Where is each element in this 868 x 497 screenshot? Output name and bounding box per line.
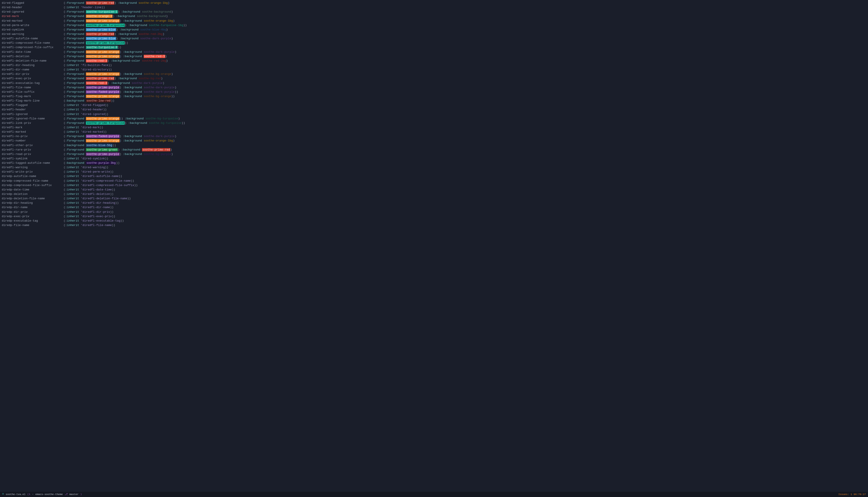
table-row: diredfl-link-priv(:foreground soothe-pri…	[2, 121, 866, 125]
status-filename: soothe-tva.el	[6, 492, 26, 496]
table-row: diredfl-flagged(:inherit 'dired-flagged)…	[2, 103, 866, 108]
face-props: (:foreground soothe-prime-orange) :backg…	[63, 139, 866, 143]
face-props: (:foreground soothe-prime-purple) :backg…	[63, 85, 866, 90]
table-row: diredp-deletion-file-name(:inherit 'dire…	[2, 196, 866, 201]
face-name: diredp-compressed-file-suffix	[2, 183, 63, 188]
face-props: (:inherit 'diredfl-exec-priv))	[63, 214, 866, 219]
table-row: dired-ignored(:foreground soothe-turquoi…	[2, 10, 866, 14]
face-name: diredfl-link-priv	[2, 121, 63, 125]
face-props: (:foreground soothe-prime-turquoise) :ba…	[63, 23, 866, 28]
face-name: diredp-dir-priv	[2, 210, 63, 214]
face-props: (:inherit 'dired-perm-write))	[63, 170, 866, 174]
face-name: diredfl-warning	[2, 165, 63, 170]
table-row: diredp-exec-priv(:inherit 'diredfl-exec-…	[2, 214, 866, 219]
face-props: (:foreground soothe-prime-orange) :backg…	[63, 94, 866, 99]
face-props: (:foreground soothe-faded-purple) :backg…	[63, 90, 866, 94]
face-name: diredp-executable-tag	[2, 219, 63, 223]
face-props: (:foreground soothe-turquoise-0))	[63, 45, 866, 49]
table-row: dired-marked(:foreground soothe-prime-or…	[2, 19, 866, 23]
face-props: (:inherit 'diredfl-compressed-file-name)…	[63, 179, 866, 183]
table-row: diredp-executable-tag(:inherit 'diredfl-…	[2, 219, 866, 223]
status-left: ⊙ soothe-tva.el (λ • emacs-soothe-theme …	[2, 492, 82, 496]
face-name: diredfl-mark	[2, 125, 63, 130]
face-name: dired-mark	[2, 14, 63, 18]
table-row: diredfl-rare-priv(:foreground soothe-pri…	[2, 148, 866, 152]
face-props: (:inherit 'diredfl-file-name))	[63, 223, 866, 228]
table-row: diredfl-dir-priv(:foreground soothe-prim…	[2, 72, 866, 76]
face-name: diredfl-exec-priv	[2, 76, 63, 81]
face-props: (:foreground soothe-prime-orange) :backg…	[63, 19, 866, 23]
face-name: diredfl-ignored-file-name	[2, 116, 63, 121]
face-name: diredfl-autofile-name	[2, 37, 63, 41]
code-area[interactable]: dired-flagged(:foreground soothe-prime-r…	[0, 0, 868, 491]
face-name: diredfl-flag-mark	[2, 94, 63, 99]
table-row: diredfl-deletion(:foreground soothe-prim…	[2, 54, 866, 59]
face-props: (:inherit 'dired-flagged))	[63, 103, 866, 108]
table-row: dired-flagged(:foreground soothe-prime-r…	[2, 1, 866, 5]
face-props: (:inherit 'diredfl-dir-priv))	[63, 210, 866, 214]
face-name: diredp-file-name	[2, 223, 63, 228]
face-props: (:inherit 'diredfl-dir-heading))	[63, 201, 866, 205]
face-props: (:inherit 'dired-directory))	[63, 68, 866, 72]
face-name: diredfl-tagged-autofile-name	[2, 161, 63, 165]
face-name: diredfl-rare-priv	[2, 148, 63, 152]
table-row: diredp-dir-name(:inherit 'diredfl-dir-na…	[2, 205, 866, 210]
table-row: dired-perm-write(:foreground soothe-prim…	[2, 23, 866, 28]
status-dot: •	[32, 492, 33, 496]
face-props: (:inherit 'diredfl-autofile-name))	[63, 174, 866, 179]
face-name: diredfl-file-suffix	[2, 90, 63, 94]
face-props: (:foreground soothe-prime-turquoise))	[63, 41, 866, 45]
face-name: diredp-compressed-file-name	[2, 179, 63, 183]
face-props: (:inherit 'dired-header))	[63, 108, 866, 112]
face-props: (:inherit 'fl:builtin-face))	[63, 63, 866, 68]
table-row: dired-warning(:foreground soothe-prime-r…	[2, 32, 866, 37]
table-row: diredfl-other-priv(:background soothe-bl…	[2, 143, 866, 148]
table-row: diredfl-flag-mark(:foreground soothe-pri…	[2, 94, 866, 99]
face-props: (:foreground soothe-prime-red) :backgrou…	[63, 1, 866, 5]
face-props: (:foreground soothe-prime-blue) :backgro…	[63, 37, 866, 41]
face-props: (:foreground soothe-faded-purple) :backg…	[63, 134, 866, 139]
status-branch: master	[70, 492, 79, 496]
face-props: (:background soothe-low-red))	[63, 99, 866, 103]
table-row: diredfl-mark(:inherit 'dired-mark))	[2, 125, 866, 130]
table-row: diredfl-number(:foreground soothe-prime-…	[2, 139, 866, 143]
face-props: (:inherit 'dired-mark))	[63, 125, 866, 130]
face-props: (:foreground soothe-red-3) :background-c…	[63, 59, 866, 63]
table-row: diredp-date-time(:inherit 'diredfl-date-…	[2, 188, 866, 192]
face-props: (:inherit 'header-line))	[63, 5, 866, 10]
face-props: (:foreground soothe-red-3) :background s…	[63, 81, 866, 85]
table-row: diredp-dir-priv(:inherit 'diredfl-dir-pr…	[2, 210, 866, 214]
table-row: diredfl-flag-mark-line(:background sooth…	[2, 99, 866, 103]
table-row: diredp-autofile-name(:inherit 'diredfl-a…	[2, 174, 866, 179]
face-name: dired-header	[2, 5, 63, 10]
face-name: dired-perm-write	[2, 23, 63, 28]
face-name: diredfl-dir-heading	[2, 63, 63, 68]
face-name: diredp-dir-name	[2, 205, 63, 210]
face-props: (:inherit 'dired-marked))	[63, 130, 866, 134]
table-row: diredfl-no-priv(:foreground soothe-faded…	[2, 134, 866, 139]
table-row: diredfl-autofile-name(:foreground soothe…	[2, 37, 866, 41]
face-name: diredfl-file-name	[2, 85, 63, 90]
table-row: diredfl-ignored-file-name(:foreground so…	[2, 116, 866, 121]
face-name: diredfl-no-priv	[2, 134, 63, 139]
face-name: diredfl-compressed-file-suffix	[2, 45, 63, 49]
face-name: diredfl-flagged	[2, 103, 63, 108]
status-vcs-icon: ⎇	[65, 492, 68, 496]
face-name: dired-marked	[2, 19, 63, 23]
table-row: diredfl-read-priv(:foreground soothe-pri…	[2, 152, 866, 156]
table-row: diredfl-executable-tag(:foreground sooth…	[2, 81, 866, 85]
face-name: dired-ignored	[2, 10, 63, 14]
table-row: diredfl-symlink(:inherit 'dired-symlink)…	[2, 156, 866, 161]
face-name: diredfl-marked	[2, 130, 63, 134]
face-props: (:inherit 'diredfl-date-time))	[63, 188, 866, 192]
face-name: diredfl-header	[2, 108, 63, 112]
face-props: (:foreground soothe-prime-orange) :backg…	[63, 54, 866, 59]
face-props: (:foreground soothe-orange-2) :backgroun…	[63, 14, 866, 18]
table-row: diredfl-date-time(:foreground soothe-pri…	[2, 50, 866, 54]
table-row: diredfl-marked(:inherit 'dired-marked))	[2, 130, 866, 134]
face-name: diredp-autofile-name	[2, 174, 63, 179]
face-name: diredp-deletion-file-name	[2, 196, 63, 201]
face-name: diredfl-deletion	[2, 54, 63, 59]
face-props: (:inherit 'diredfl-executable-tag))	[63, 219, 866, 223]
face-props: (:foreground soothe-prime-orange)) :back…	[63, 116, 866, 121]
